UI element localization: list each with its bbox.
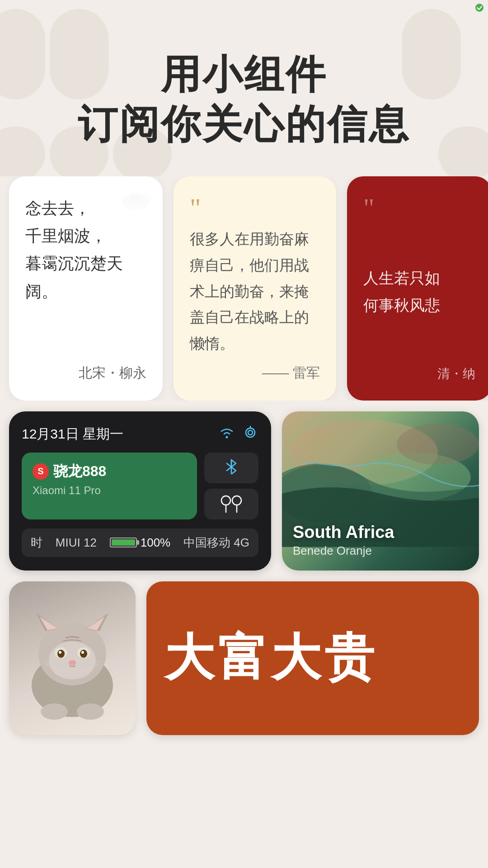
cat-card bbox=[9, 581, 136, 735]
cloud-decoration bbox=[117, 185, 154, 219]
device-carrier: 中国移动 4G bbox=[183, 535, 249, 551]
device-chip-row: S 骁龙888 Xiaomi 11 Pro bbox=[22, 453, 258, 519]
quote-mark-red: " bbox=[363, 194, 475, 222]
bluetooth-icon bbox=[225, 458, 238, 478]
quote-mark-beige: " bbox=[190, 194, 320, 222]
quote-cards-row: 念去去， 千里烟波， 暮霭沉沉楚天阔。 北宋・柳永 " 很多人在用勤奋麻痹自己，… bbox=[0, 176, 488, 401]
quote-author-beige: —— 雷军 bbox=[190, 364, 320, 382]
svg-point-14 bbox=[232, 496, 241, 505]
signal-icon bbox=[242, 426, 258, 443]
svg-point-38 bbox=[41, 703, 68, 720]
battery-fill bbox=[112, 539, 135, 546]
svg-point-11 bbox=[475, 4, 483, 12]
battery-indicator: 100% bbox=[110, 536, 171, 550]
cat-fortune-row: 大富大贵 bbox=[0, 581, 488, 735]
chip-badge-header: S 骁龙888 bbox=[33, 462, 106, 481]
chip-logo: S bbox=[33, 463, 49, 480]
svg-point-39 bbox=[77, 703, 104, 720]
battery-bar bbox=[110, 538, 137, 547]
svg-point-33 bbox=[69, 660, 76, 665]
title-text: 用小组件 订阅你关心的信息 bbox=[27, 50, 461, 149]
map-country-name: South Africa bbox=[293, 523, 468, 542]
bt-airpods-col bbox=[204, 453, 258, 519]
battery-percent: 100% bbox=[141, 536, 171, 550]
svg-point-4 bbox=[226, 436, 228, 438]
fortune-text: 大富大贵 bbox=[164, 624, 378, 692]
svg-point-31 bbox=[59, 651, 61, 654]
battery-tip bbox=[137, 540, 139, 545]
svg-point-30 bbox=[80, 650, 87, 658]
airpods-icon bbox=[220, 494, 243, 514]
device-time-left: 时 bbox=[31, 535, 42, 551]
quote-text-beige: 很多人在用勤奋麻痹自己，他们用战术上的勤奋，来掩盖自己在战略上的懒惰。 bbox=[190, 226, 320, 357]
map-background: South Africa Benede Oranje bbox=[282, 411, 479, 571]
svg-line-9 bbox=[227, 463, 231, 467]
quote-card-beige: " 很多人在用勤奋麻痹自己，他们用战术上的勤奋，来掩盖自己在战略上的懒惰。 ——… bbox=[174, 176, 336, 401]
map-card: South Africa Benede Oranje bbox=[282, 411, 479, 571]
header-section: 用小组件 订阅你关心的信息 bbox=[0, 0, 488, 176]
device-info-card: 12月31日 星期一 bbox=[9, 411, 271, 571]
bluetooth-box bbox=[204, 453, 258, 483]
device-date: 12月31日 星期一 bbox=[22, 425, 123, 443]
map-region-name: Benede Oranje bbox=[293, 544, 468, 558]
svg-point-32 bbox=[81, 651, 84, 654]
chip-model: Xiaomi 11 Pro bbox=[33, 484, 101, 497]
device-icons bbox=[219, 426, 258, 443]
quote-author-red: 清・纳 bbox=[363, 365, 475, 382]
device-os: MIUI 12 bbox=[56, 536, 97, 550]
wifi-icon bbox=[219, 426, 235, 443]
cat-illustration bbox=[18, 604, 127, 722]
svg-point-3 bbox=[129, 192, 142, 201]
svg-point-6 bbox=[248, 430, 253, 435]
airpods-box bbox=[204, 489, 258, 519]
quote-text-red: 人生若只如 何事秋风悲 bbox=[363, 265, 475, 319]
svg-point-5 bbox=[246, 428, 255, 437]
device-bottom-row: 时 MIUI 12 100% 中国移动 4G bbox=[22, 528, 258, 557]
device-map-row: 12月31日 星期一 bbox=[0, 411, 488, 571]
svg-point-12 bbox=[221, 496, 230, 505]
poem-author: 北宋・柳永 bbox=[25, 364, 146, 382]
svg-point-29 bbox=[57, 650, 65, 658]
svg-point-19 bbox=[397, 424, 479, 465]
device-top-row: 12月31日 星期一 bbox=[22, 425, 258, 443]
page-title: 用小组件 订阅你关心的信息 bbox=[27, 36, 461, 149]
chip-name: 骁龙888 bbox=[53, 462, 106, 481]
fortune-card: 大富大贵 bbox=[146, 581, 479, 735]
quote-card-red: " 人生若只如 何事秋风悲 清・纳 bbox=[347, 176, 488, 401]
cat-image bbox=[9, 581, 136, 735]
chip-badge: S 骁龙888 Xiaomi 11 Pro bbox=[22, 453, 197, 519]
svg-line-10 bbox=[227, 467, 231, 471]
poem-card-white: 念去去， 千里烟波， 暮霭沉沉楚天阔。 北宋・柳永 bbox=[9, 176, 163, 401]
